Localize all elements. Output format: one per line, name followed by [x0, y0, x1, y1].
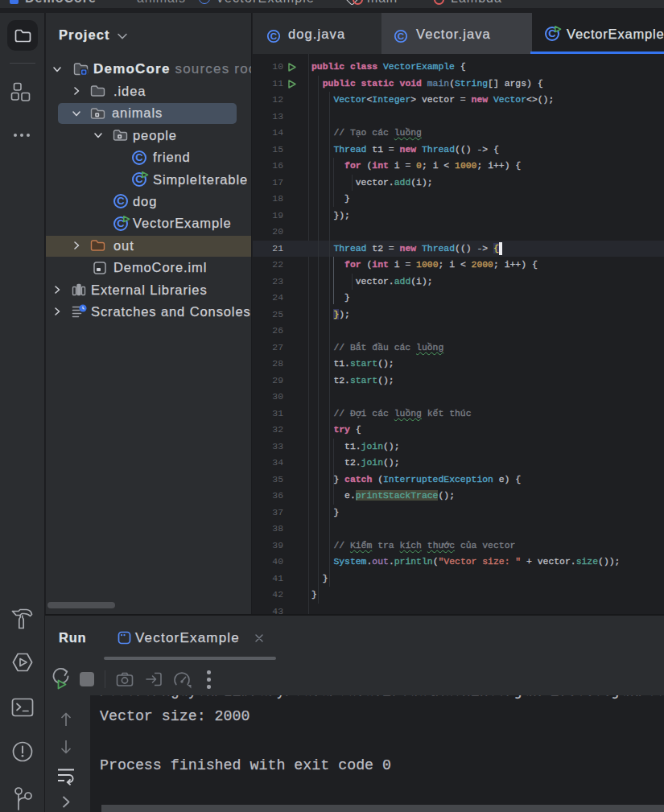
svg-text:C: C	[117, 196, 125, 208]
svg-text:C: C	[270, 31, 278, 41]
svg-text:C: C	[135, 151, 143, 163]
svg-text:C: C	[398, 31, 405, 41]
